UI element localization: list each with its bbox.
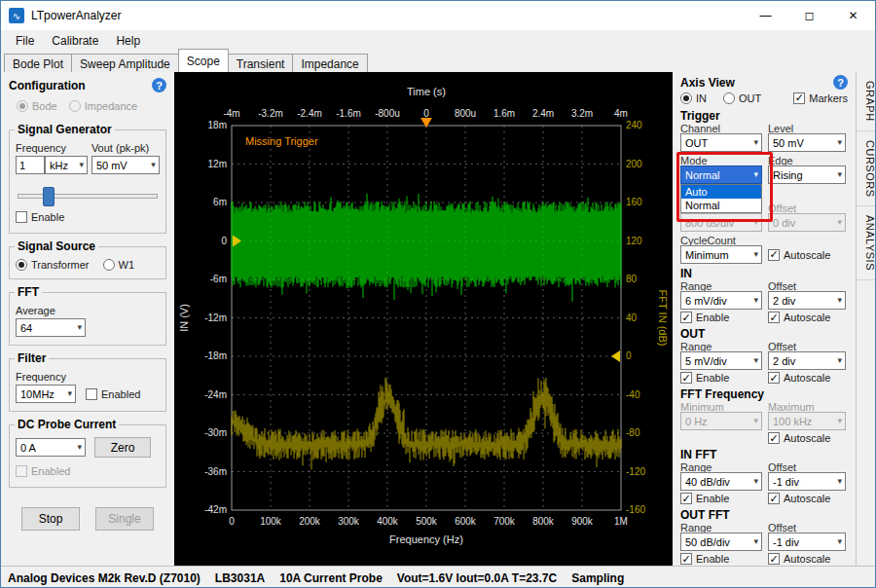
mode-dropdown-list[interactable]: Auto Normal	[680, 184, 762, 213]
mode-option-auto[interactable]: Auto	[681, 185, 761, 199]
frequency-input[interactable]	[16, 156, 45, 174]
in-fft-offset-combo[interactable]: -1 div ▾	[768, 472, 846, 491]
in-range-combo[interactable]: 6 mV/div ▾	[680, 291, 762, 310]
status-sampling: Sampling	[571, 571, 624, 585]
out-fft-enable-checkbox[interactable]: ✓ Enable	[680, 553, 729, 565]
freq-tick-label: 1M	[614, 516, 628, 527]
axis-in-radio[interactable]: IN	[680, 92, 723, 104]
scope-plot[interactable]: -4m-3.2m-2.4m-1.6m-800u0800u1.6m2.4m3.2m…	[174, 72, 673, 566]
single-button[interactable]: Single	[95, 507, 154, 531]
trigger-level-combo[interactable]: 50 mV ▾	[768, 133, 846, 152]
checkbox-label: Enable	[696, 553, 729, 565]
out-offset-combo[interactable]: 2 div ▾	[768, 351, 846, 370]
tab-bode-plot[interactable]: Bode Plot	[4, 54, 72, 72]
filter-frequency-combo[interactable]: 10MHz ▾	[16, 385, 76, 403]
checkbox-box: ✓	[768, 372, 780, 384]
chevron-down-icon: ▾	[837, 138, 842, 147]
tab-transient[interactable]: Transient	[228, 54, 294, 72]
trigger-channel-combo[interactable]: OUT ▾	[680, 133, 762, 152]
in-offset-combo[interactable]: 2 div ▾	[768, 291, 846, 310]
transformer-radio[interactable]: Transformer	[16, 259, 90, 271]
tab-sweep-amplitude[interactable]: Sweep Amplitude	[71, 54, 179, 72]
in-tick-label: -42m	[204, 504, 227, 515]
time-tick-label: 0	[423, 108, 429, 119]
fft-tick-label: -80	[626, 427, 640, 438]
stop-button[interactable]: Stop	[21, 507, 80, 531]
time-tick-label: 800u	[455, 108, 476, 119]
w1-radio[interactable]: W1	[103, 259, 135, 271]
in-fft-autoscale-checkbox[interactable]: ✓ Autoscale	[768, 493, 830, 504]
out-fft-offset-combo[interactable]: -1 div ▾	[768, 533, 846, 551]
in-fft-range-label: Range	[680, 461, 712, 473]
scope-display[interactable]: -4m-3.2m-2.4m-1.6m-800u0800u1.6m2.4m3.2m…	[174, 72, 673, 566]
edge-label: Edge	[768, 155, 793, 166]
fft-tick-label: 240	[626, 120, 642, 130]
in-tick-label: -24m	[204, 389, 227, 400]
trigger-edge-combo[interactable]: Rising ▾	[768, 165, 846, 184]
in-tick-label: -12m	[204, 312, 227, 323]
dc-probe-enabled-checkbox[interactable]: Enabled	[16, 465, 70, 477]
in-tick-label: 12m	[208, 159, 227, 169]
frequency-unit-combo[interactable]: kHz ▾	[45, 156, 88, 174]
maximize-button[interactable]: ◻	[787, 1, 831, 30]
zero-button[interactable]: Zero	[94, 437, 151, 458]
minimize-button[interactable]: —	[744, 1, 787, 30]
out-enable-checkbox[interactable]: ✓ Enable	[680, 372, 729, 384]
amplitude-slider[interactable]	[18, 186, 158, 205]
in-fft-range-combo[interactable]: 40 dB/div ▾	[680, 472, 762, 491]
status-bar: Analog Devices M2k Rev.D (Z7010) LB3031A…	[1, 566, 875, 588]
side-tab-analysis[interactable]: ANALYSIS	[857, 206, 876, 280]
checkbox-box: ✓	[768, 553, 780, 565]
in-fft-enable-checkbox[interactable]: ✓ Enable	[680, 493, 729, 504]
slider-thumb[interactable]	[43, 187, 55, 206]
out-fft-autoscale-checkbox[interactable]: ✓ Autoscale	[768, 553, 830, 565]
dc-probe-group: DC Probe Current 0 A ▾ Zero Enabled	[9, 424, 166, 488]
axis-out-radio[interactable]: OUT	[723, 92, 774, 104]
close-button[interactable]: ✕	[831, 1, 875, 30]
fft-axis-label: FFT IN (dB)	[657, 290, 669, 347]
fft-tick-label: 120	[626, 236, 642, 246]
generator-enable-checkbox[interactable]: Enable	[16, 211, 64, 223]
tab-impedance[interactable]: Impedance	[292, 54, 367, 72]
markers-checkbox[interactable]: ✓ Markers	[793, 92, 848, 104]
menu-bar: File Calibrate Help	[1, 30, 875, 51]
mode-option-normal[interactable]: Normal	[681, 199, 761, 212]
cyclecount-combo[interactable]: Minimum ▾	[680, 245, 762, 264]
side-tab-graph[interactable]: GRAPH	[857, 72, 876, 131]
fft-tick-label: -160	[626, 504, 645, 515]
checkbox-label: Markers	[809, 92, 848, 104]
out-fft-range-combo[interactable]: 50 dB/div ▾	[680, 533, 762, 551]
trigger-autoscale-checkbox[interactable]: ✓ Autoscale	[768, 249, 830, 261]
out-range-combo[interactable]: 5 mV/div ▾	[680, 351, 762, 370]
chevron-down-icon: ▾	[753, 138, 758, 147]
help-icon[interactable]: ?	[833, 75, 848, 90]
dc-probe-combo[interactable]: 0 A ▾	[16, 438, 86, 457]
tab-scope[interactable]: Scope	[178, 49, 229, 72]
radio-circle	[680, 92, 692, 104]
in-enable-checkbox[interactable]: ✓ Enable	[680, 312, 729, 323]
help-icon[interactable]: ?	[152, 78, 166, 92]
status-probe: 10A Current Probe	[279, 571, 383, 585]
chevron-down-icon: ▾	[837, 417, 842, 425]
time-tick-label: 4m	[614, 108, 628, 119]
in-autoscale-checkbox[interactable]: ✓ Autoscale	[768, 312, 830, 323]
menu-help[interactable]: Help	[107, 32, 149, 50]
trigger-mode-combo[interactable]: Normal ▾	[680, 165, 762, 184]
average-combo[interactable]: 64 ▾	[16, 318, 86, 337]
side-tab-cursors[interactable]: CURSORS	[857, 131, 876, 207]
vout-combo[interactable]: 50 mV ▾	[91, 156, 160, 174]
fft-tick-label: -120	[626, 466, 645, 477]
signal-generator-title: Signal Generator	[15, 123, 115, 136]
menu-calibrate[interactable]: Calibrate	[43, 32, 107, 50]
freq-axis-label: Frequency (Hz)	[389, 533, 463, 545]
out-autoscale-checkbox[interactable]: ✓ Autoscale	[768, 372, 830, 384]
menu-file[interactable]: File	[7, 32, 43, 50]
bode-radio[interactable]: Bode	[17, 100, 57, 112]
fft-frequency-autoscale-checkbox[interactable]: ✓ Autoscale	[768, 432, 830, 444]
out-range-label: Range	[680, 341, 712, 352]
out-section-title: OUT	[680, 327, 848, 341]
filter-enabled-checkbox[interactable]: Enabled	[86, 388, 140, 400]
side-tab-strip: GRAPH CURSORS ANALYSIS	[856, 72, 876, 566]
impedance-radio[interactable]: Impedance	[69, 100, 137, 112]
fft-level-marker[interactable]	[611, 350, 620, 362]
